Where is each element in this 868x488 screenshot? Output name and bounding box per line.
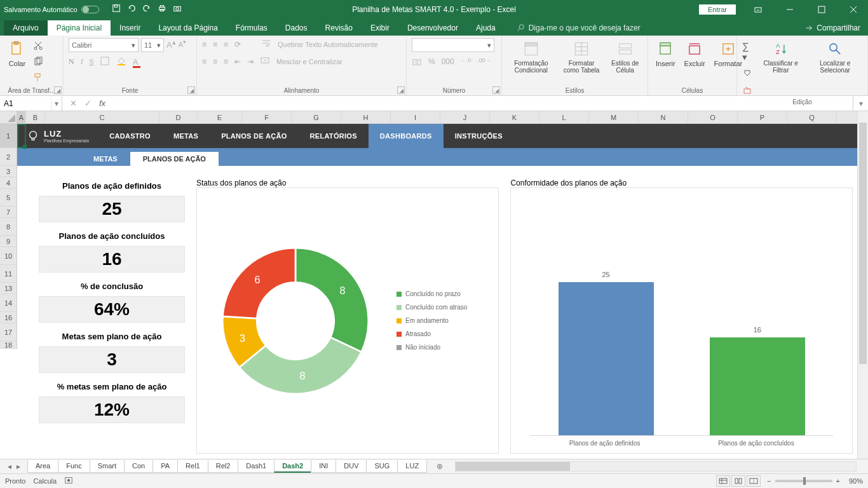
- sheet-tab[interactable]: SUG: [366, 460, 398, 473]
- row-header[interactable]: 2: [0, 148, 17, 166]
- tab-nav-buttons[interactable]: ◂▸: [0, 462, 28, 471]
- align-top-icon[interactable]: ≡: [202, 40, 207, 49]
- decrease-decimal-icon[interactable]: .00→: [477, 57, 491, 69]
- maximize-icon[interactable]: [807, 0, 836, 18]
- select-all-button[interactable]: [0, 111, 17, 124]
- autosave-toggle[interactable]: Salvamento Automático: [4, 6, 99, 13]
- toggle-switch[interactable]: [81, 6, 99, 13]
- page-break-view-icon[interactable]: [747, 475, 761, 487]
- row-header[interactable]: 17: [0, 323, 17, 341]
- sheet-tab[interactable]: INI: [311, 460, 336, 473]
- percent-icon[interactable]: %: [428, 57, 435, 69]
- ribbon-options-icon[interactable]: [743, 0, 773, 18]
- column-header[interactable]: C: [45, 111, 159, 123]
- row-header[interactable]: 7: [0, 207, 17, 218]
- row-header[interactable]: 18: [0, 341, 17, 349]
- font-size-combo[interactable]: 11▾: [141, 38, 164, 52]
- column-header[interactable]: G: [292, 111, 341, 123]
- sheet-tab[interactable]: PA: [153, 460, 178, 473]
- column-header[interactable]: J: [440, 111, 490, 123]
- nav-item[interactable]: INSTRUÇÕES: [444, 124, 514, 148]
- vertical-scrollbar[interactable]: [857, 111, 868, 459]
- column-header[interactable]: E: [198, 111, 242, 123]
- align-bottom-icon[interactable]: ≡: [224, 40, 228, 49]
- name-box-input[interactable]: [0, 96, 51, 111]
- column-header[interactable]: M: [589, 111, 639, 123]
- merge-label[interactable]: Mesclar e Centralizar: [276, 58, 342, 65]
- format-painter-icon[interactable]: [33, 72, 43, 85]
- name-box[interactable]: ▾: [0, 96, 62, 111]
- nav-item[interactable]: RELATÓRIOS: [299, 124, 369, 148]
- autosum-icon[interactable]: ∑ ▾: [742, 41, 754, 63]
- sheet-tab[interactable]: Dash1: [238, 460, 275, 473]
- column-header[interactable]: D: [159, 111, 198, 123]
- zoom-controls[interactable]: − + 90%: [767, 477, 863, 485]
- nav-item[interactable]: DASHBOARDS: [369, 124, 444, 148]
- number-launcher[interactable]: [492, 86, 500, 94]
- page-layout-view-icon[interactable]: [731, 475, 745, 487]
- column-header[interactable]: F: [242, 111, 292, 123]
- row-header[interactable]: 10: [0, 247, 17, 265]
- worksheet-canvas[interactable]: LUZPlanilhas Empresariais CADASTROMETASP…: [17, 124, 868, 459]
- column-header[interactable]: I: [391, 111, 440, 123]
- row-header[interactable]: 11: [0, 265, 17, 283]
- tab-home[interactable]: Página Inicial: [48, 20, 111, 36]
- align-right-icon[interactable]: ≡: [224, 57, 228, 66]
- shrink-font-icon[interactable]: A▾: [179, 38, 186, 52]
- row-header[interactable]: 1: [0, 124, 17, 148]
- font-name-combo[interactable]: Calibri▾: [69, 38, 139, 52]
- clipboard-launcher[interactable]: [54, 86, 62, 94]
- cancel-formula-icon[interactable]: ✕: [70, 98, 77, 108]
- minimize-icon[interactable]: [775, 0, 804, 18]
- tab-layout[interactable]: Layout da Página: [149, 20, 226, 36]
- column-header[interactable]: N: [639, 111, 688, 123]
- sort-filter-button[interactable]: AZClassificar e Filtrar: [757, 38, 804, 75]
- zoom-in-icon[interactable]: +: [836, 477, 840, 485]
- indent-dec-icon[interactable]: ⇤: [234, 57, 241, 66]
- sheet-tab[interactable]: Smart: [90, 460, 125, 473]
- tab-review[interactable]: Revisão: [316, 20, 362, 36]
- sheet-tab[interactable]: Func: [58, 460, 90, 473]
- increase-decimal-icon[interactable]: ←.0: [461, 57, 471, 69]
- row-header[interactable]: 13: [0, 283, 17, 294]
- view-buttons[interactable]: [716, 475, 761, 487]
- enter-formula-icon[interactable]: ✓: [85, 98, 92, 108]
- fill-color-icon[interactable]: [116, 56, 126, 68]
- conditional-formatting-button[interactable]: Formatação Condicional: [507, 38, 555, 75]
- sheet-tab[interactable]: Con: [124, 460, 153, 473]
- sheet-tab[interactable]: Rel2: [208, 460, 239, 473]
- currency-icon[interactable]: [412, 57, 422, 69]
- row-header[interactable]: 3: [0, 166, 17, 177]
- row-headers[interactable]: 1234578910111314161718: [0, 124, 17, 349]
- tab-data[interactable]: Dados: [276, 20, 316, 36]
- orientation-icon[interactable]: ⟳: [234, 40, 241, 49]
- row-header[interactable]: 14: [0, 294, 17, 312]
- subtab-metas[interactable]: METAS: [81, 152, 130, 166]
- save-icon[interactable]: [112, 4, 121, 15]
- camera-icon[interactable]: [173, 4, 182, 15]
- column-header[interactable]: B: [26, 111, 45, 123]
- nav-item[interactable]: METAS: [162, 124, 210, 148]
- cell-styles-button[interactable]: Estilos de Célula: [607, 38, 642, 75]
- tab-help[interactable]: Ajuda: [467, 20, 505, 36]
- paste-button[interactable]: Colar: [5, 38, 29, 69]
- zoom-slider[interactable]: [775, 480, 832, 482]
- column-headers[interactable]: ABCDEFGHIJKLMNOPQ: [17, 111, 868, 124]
- grow-font-icon[interactable]: A▴: [166, 38, 176, 52]
- indent-inc-icon[interactable]: ⇥: [247, 57, 254, 66]
- fx-icon[interactable]: fx: [99, 98, 105, 108]
- number-format-combo[interactable]: ▾: [412, 38, 494, 52]
- normal-view-icon[interactable]: [716, 475, 730, 487]
- macro-record-icon[interactable]: [64, 476, 73, 486]
- row-header[interactable]: 5: [0, 189, 17, 207]
- share-button[interactable]: Compartilhar: [804, 24, 860, 36]
- underline-icon[interactable]: S: [90, 57, 94, 67]
- column-header[interactable]: P: [738, 111, 787, 123]
- tab-insert[interactable]: Inserir: [111, 20, 149, 36]
- zoom-out-icon[interactable]: −: [767, 477, 771, 485]
- signin-button[interactable]: Entrar: [699, 4, 736, 15]
- column-header[interactable]: L: [539, 111, 589, 123]
- print-icon[interactable]: [158, 4, 166, 15]
- sheet-tab[interactable]: LUZ: [397, 460, 427, 473]
- font-launcher[interactable]: [187, 86, 195, 94]
